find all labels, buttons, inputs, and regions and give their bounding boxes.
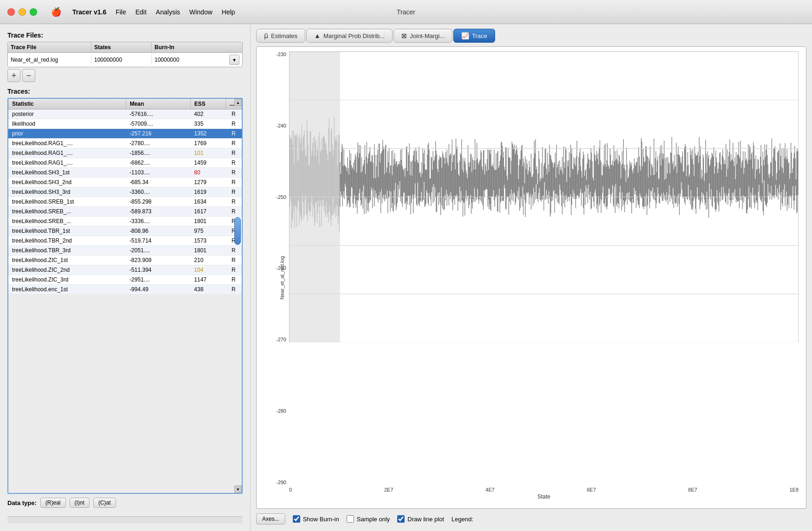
- traffic-lights: [7, 8, 37, 16]
- minimize-button[interactable]: [19, 8, 26, 16]
- trace-r-17: R: [226, 275, 241, 285]
- tab-trace[interactable]: 📈 Trace: [453, 29, 495, 43]
- trace-icon: 📈: [461, 32, 469, 39]
- trace-row[interactable]: treeLikelihood.RAG1_.... -2780.... 1769 …: [8, 139, 242, 148]
- scroll-up-button[interactable]: ▲: [234, 99, 242, 106]
- trace-row[interactable]: treeLikelihood.SREB_... -589.873 1617 R: [8, 207, 242, 217]
- trace-row[interactable]: treeLikelihood.SREB_... -3336.... 1801 R: [8, 217, 242, 226]
- x-ticks: 0 2E7 4E7 6E7 8E7 1E8: [289, 485, 799, 493]
- trace-mean-15: -823.909: [126, 256, 190, 265]
- trace-row[interactable]: treeLikelihood.SH3_3rd -3360.... 1619 R: [8, 187, 242, 197]
- right-panel: μ̄ Estimates ▲ Marginal Prob Distrib... …: [251, 24, 812, 531]
- horizontal-scrollbar[interactable]: [7, 516, 243, 524]
- file-menu[interactable]: File: [116, 8, 126, 16]
- apple-menu[interactable]: 🍎: [51, 7, 61, 17]
- trace-mean-12: -808.96: [126, 226, 190, 236]
- trace-row[interactable]: treeLikelihood.ZIC_3rd -2951.... 1147 R: [8, 275, 242, 285]
- trace-row[interactable]: treeLikelihood.TBR_2nd -519.714 1573 R: [8, 236, 242, 246]
- trace-mean-8: -3360....: [126, 187, 190, 197]
- y-axis: -230 -240 -250 -260 -270 -280 -290: [257, 51, 288, 485]
- chart-controls: Axes... Show Burn-in Sample only Draw li…: [256, 512, 806, 526]
- tab-joint-marginal[interactable]: ⊠ Joint-Margi...: [393, 29, 452, 43]
- x-tick-2: 4E7: [485, 487, 495, 493]
- data-type-row: Data type: (R)eal (I)nt (C)at: [7, 498, 243, 508]
- x-axis-label: State: [537, 493, 550, 500]
- tab-joint-marginal-label: Joint-Margi...: [410, 32, 445, 39]
- scroll-down-button[interactable]: ▼: [234, 486, 242, 493]
- edit-menu[interactable]: Edit: [135, 8, 147, 16]
- app-name-menu[interactable]: Tracer v1.6: [72, 8, 106, 16]
- burnin-dropdown-arrow[interactable]: ▼: [226, 53, 242, 67]
- trace-row[interactable]: prior -257.216 1352 R: [8, 129, 242, 139]
- col-header-states: States: [91, 42, 152, 52]
- trace-r-7: R: [226, 178, 241, 187]
- trace-row[interactable]: treeLikelihood.SH3_2nd -685.34 1279 R: [8, 178, 242, 187]
- trace-row[interactable]: likelihood -57009.... 335 R: [8, 119, 242, 129]
- x-tick-1: 2E7: [384, 487, 393, 493]
- y-tick-4: -270: [276, 337, 286, 342]
- axes-button[interactable]: Axes...: [256, 513, 285, 525]
- trace-r-10: R: [226, 207, 241, 217]
- trace-row[interactable]: treeLikelihood.TBR_3rd -2051.... 1801 R: [8, 246, 242, 256]
- close-button[interactable]: [7, 8, 15, 16]
- trace-ess-12: 975: [190, 226, 226, 236]
- legend-label: Legend:: [451, 516, 473, 523]
- dtype-cat-button[interactable]: (C)at: [93, 498, 116, 508]
- trace-r-5: R: [226, 158, 241, 168]
- col-header-mean: Mean: [126, 99, 190, 109]
- trace-stat-7: treeLikelihood.SH3_2nd: [8, 178, 126, 187]
- trace-row[interactable]: treeLikelihood.ZIC_2nd -511.394 104 R: [8, 265, 242, 275]
- trace-file-row[interactable]: Near_et_al_red.log 100000000 10000000 ▼: [8, 53, 242, 67]
- maximize-button[interactable]: [30, 8, 37, 16]
- trace-mean-13: -519.714: [126, 236, 190, 246]
- estimates-icon: μ̄: [264, 32, 268, 39]
- trace-row[interactable]: treeLikelihood.SREB_1st -855.298 1634 R: [8, 197, 242, 207]
- draw-line-checkbox[interactable]: [397, 515, 405, 523]
- trace-mean-2: -257.216: [126, 129, 190, 139]
- trace-row[interactable]: treeLikelihood.SH3_1st -1103.... 80 R: [8, 168, 242, 178]
- add-remove-buttons: + −: [7, 69, 243, 82]
- dtype-real-button[interactable]: (R)eal: [40, 498, 66, 508]
- marginal-prob-icon: ▲: [314, 32, 321, 39]
- col-header-burnin: Burn-In: [152, 42, 242, 52]
- tab-trace-label: Trace: [472, 32, 487, 39]
- trace-row[interactable]: treeLikelihood.RAG1_.... -6862.... 1459 …: [8, 158, 242, 168]
- trace-ess-18: 438: [190, 285, 226, 294]
- trace-ess-16: 104: [190, 265, 226, 275]
- trace-row[interactable]: posterior -57616.... 402 R: [8, 109, 242, 119]
- trace-stat-10: treeLikelihood.SREB_...: [8, 207, 126, 217]
- trace-mean-17: -2951....: [126, 275, 190, 285]
- trace-r-16: R: [226, 265, 241, 275]
- trace-ess-4: 101: [190, 148, 226, 158]
- analysis-menu[interactable]: Analysis: [156, 8, 180, 16]
- trace-r-14: R: [226, 246, 241, 256]
- trace-row[interactable]: treeLikelihood.TBR_1st -808.96 975 R: [8, 226, 242, 236]
- trace-ess-11: 1801: [190, 217, 226, 226]
- dropdown-icon[interactable]: ▼: [229, 55, 239, 65]
- trace-stat-18: treeLikelihood.enc_1st: [8, 285, 126, 294]
- add-trace-button[interactable]: +: [7, 69, 20, 82]
- window-menu[interactable]: Window: [189, 8, 213, 16]
- menu-bar: 🍎 Tracer v1.6 File Edit Analysis Window …: [51, 7, 235, 17]
- tab-estimates[interactable]: μ̄ Estimates: [256, 29, 305, 43]
- y-tick-2: -250: [276, 194, 286, 200]
- left-panel: Trace Files: Trace File States Burn-In N…: [0, 24, 251, 531]
- remove-trace-button[interactable]: −: [22, 69, 35, 82]
- help-menu[interactable]: Help: [222, 8, 235, 16]
- trace-ess-0: 402: [190, 109, 226, 119]
- tab-marginal-prob[interactable]: ▲ Marginal Prob Distrib...: [306, 29, 393, 43]
- x-tick-5: 1E8: [789, 487, 799, 493]
- scroll-handle[interactable]: [234, 217, 241, 245]
- dtype-int-button[interactable]: (I)nt: [70, 498, 90, 508]
- sample-only-label: Sample only: [357, 516, 390, 523]
- trace-row[interactable]: treeLikelihood.RAG1_.... -1856.... 101 R: [8, 148, 242, 158]
- traces-header-row: Statistic Mean ESS ...: [8, 99, 242, 109]
- trace-row[interactable]: treeLikelihood.ZIC_1st -823.909 210 R: [8, 256, 242, 265]
- tabs-bar: μ̄ Estimates ▲ Marginal Prob Distrib... …: [256, 29, 806, 43]
- sample-only-group: Sample only: [347, 515, 390, 523]
- trace-stat-14: treeLikelihood.TBR_3rd: [8, 246, 126, 256]
- show-burnin-checkbox[interactable]: [293, 515, 300, 523]
- sample-only-checkbox[interactable]: [347, 515, 354, 523]
- trace-row[interactable]: treeLikelihood.enc_1st -994.49 438 R: [8, 285, 242, 294]
- trace-files-label: Trace Files:: [7, 32, 243, 39]
